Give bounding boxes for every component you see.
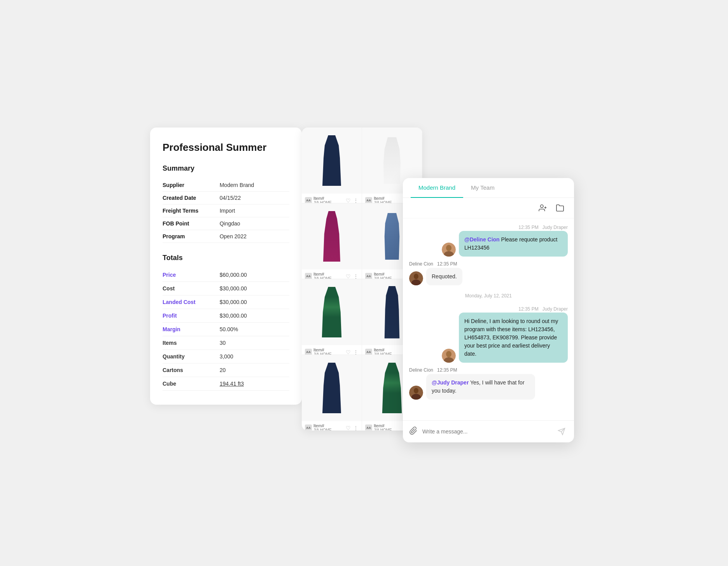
chat-input-area [403, 420, 574, 442]
item-tag: AA Item# JIA HOME [305, 196, 332, 203]
table-row: Cartons 20 [163, 363, 289, 377]
message-group: Deline Cion 12:35 PM Requoted. [409, 261, 568, 285]
item-actions[interactable]: ♡ ⋮ [346, 349, 359, 355]
program-value: Open 2022 [220, 230, 289, 243]
tab-my-team[interactable]: My Team [463, 178, 502, 198]
tag-icon: AA [305, 273, 312, 280]
item-brand: JIA HOME [313, 352, 332, 355]
tag-icon: AA [365, 424, 372, 431]
favorite-button[interactable]: ♡ [346, 349, 351, 355]
item-brand: JIA HOME [374, 276, 392, 279]
item-actions[interactable]: ♡ ⋮ [346, 197, 359, 204]
table-row: Landed Cost $30,000.00 [163, 295, 289, 309]
tab-modern-brand[interactable]: Modern Brand [411, 178, 463, 198]
avatar [442, 243, 456, 257]
item-brand: JIA HOME [313, 276, 332, 279]
table-row: Profit $30,000.00 [163, 309, 289, 323]
items-label: Items [163, 336, 220, 350]
chat-actions [403, 198, 574, 218]
folder-button[interactable] [554, 202, 566, 214]
item-number: Item# [374, 423, 392, 428]
message-input[interactable] [422, 428, 551, 435]
cost-value: $30,000.00 [220, 282, 289, 295]
more-options-button[interactable]: ⋮ [353, 349, 359, 355]
fob-point-value: Qingdao [220, 217, 289, 230]
message-row-right: Hi Deline, I am looking to round out my … [409, 313, 568, 363]
svg-point-4 [446, 245, 452, 251]
freight-terms-value: Import [220, 204, 289, 217]
item-brand: JIA HOME [313, 428, 332, 431]
product-cell: AA Item# JIA HOME ♡ ⋮ [302, 355, 362, 431]
item-details: Item# JIA HOME [374, 423, 392, 431]
dress-magenta-icon [321, 211, 343, 262]
message-row-left: Requoted. [409, 268, 568, 285]
dress-navy-icon [320, 135, 343, 186]
favorite-button[interactable]: ♡ [346, 197, 351, 204]
product-image-area [302, 355, 362, 421]
item-actions[interactable]: ♡ ⋮ [346, 273, 359, 280]
svg-point-7 [414, 274, 418, 279]
tag-icon: AA [365, 197, 372, 204]
item-brand: JIA HOME [374, 352, 392, 355]
message-timestamp: 12:35 PM Judy Draper [409, 306, 568, 312]
favorite-button[interactable]: ♡ [346, 273, 351, 280]
product-image-area [302, 279, 362, 345]
table-row: Price $60,000.00 [163, 268, 289, 282]
favorite-button[interactable]: ♡ [346, 425, 351, 431]
send-button[interactable] [555, 425, 568, 438]
message-text: Requoted. [432, 273, 457, 280]
avatar [442, 349, 456, 363]
more-options-button[interactable]: ⋮ [353, 197, 359, 204]
item-info: AA Item# JIA HOME ♡ ⋮ [302, 269, 362, 279]
dress-floral-icon [320, 287, 343, 337]
item-number: Item# [313, 272, 332, 276]
item-tag: AA Item# JIA HOME [365, 196, 392, 203]
scene: Professional Summer Summary Supplier Mod… [150, 116, 578, 450]
message-bubble: Hi Deline, I am looking to round out my … [459, 313, 568, 363]
add-member-button[interactable] [537, 202, 549, 214]
svg-point-10 [446, 351, 452, 357]
landed-cost-value: $30,000.00 [220, 295, 289, 309]
item-number: Item# [374, 196, 392, 201]
created-date-label: Created Date [163, 192, 220, 204]
date-divider: Monday, July 12, 2021 [409, 290, 568, 302]
sender-name: Deline Cion 12:35 PM [409, 367, 568, 373]
product-cell: AA Item# JIA HOME ♡ ⋮ [302, 279, 362, 355]
cartons-value: 20 [220, 363, 289, 377]
cube-value: 194.41 ft3 [220, 377, 289, 391]
product-image-area [302, 128, 362, 194]
table-row: Margin 50.00% [163, 323, 289, 336]
message-row-right: @Deline Cion Please requote product LH12… [409, 231, 568, 257]
more-options-button[interactable]: ⋮ [353, 425, 359, 431]
table-row: FOB Point Qingdao [163, 217, 289, 230]
item-details: Item# JIA HOME [313, 423, 332, 431]
message-row-left: @Judy Draper Yes, I will have that for y… [409, 374, 568, 400]
fob-point-label: FOB Point [163, 217, 220, 230]
more-options-button[interactable]: ⋮ [353, 273, 359, 280]
item-actions[interactable]: ♡ ⋮ [346, 425, 359, 431]
table-row: Items 30 [163, 336, 289, 350]
product-cell: AA Item# JIA HOME ♡ ⋮ [302, 128, 362, 203]
program-label: Program [163, 230, 220, 243]
item-brand: JIA HOME [374, 201, 392, 203]
summary-section-title: Summary [163, 164, 289, 173]
attach-button[interactable] [409, 426, 418, 437]
page-title: Professional Summer [163, 142, 289, 154]
dress-navy-long-icon [382, 286, 403, 339]
item-details: Item# JIA HOME [313, 196, 332, 203]
summary-table: Supplier Modern Brand Created Date 04/15… [163, 179, 289, 243]
cube-label: Cube [163, 377, 220, 391]
message-group: 12:35 PM Judy Draper Hi Deline, I am loo… [409, 306, 568, 363]
table-row: Supplier Modern Brand [163, 179, 289, 192]
message-group: 12:35 PM Judy Draper @Deline Cion Please… [409, 225, 568, 257]
tag-icon: AA [305, 349, 312, 355]
tag-icon: AA [365, 349, 372, 355]
item-details: Item# JIA HOME [374, 272, 392, 279]
chat-card: Modern Brand My Team [403, 178, 574, 442]
dress-navy2-icon [320, 363, 343, 413]
landed-cost-label: Landed Cost [163, 295, 220, 309]
dress-floral2-icon [380, 363, 404, 413]
sender-name: Deline Cion 12:35 PM [409, 261, 568, 267]
tag-icon: AA [365, 273, 372, 280]
margin-value: 50.00% [220, 323, 289, 336]
